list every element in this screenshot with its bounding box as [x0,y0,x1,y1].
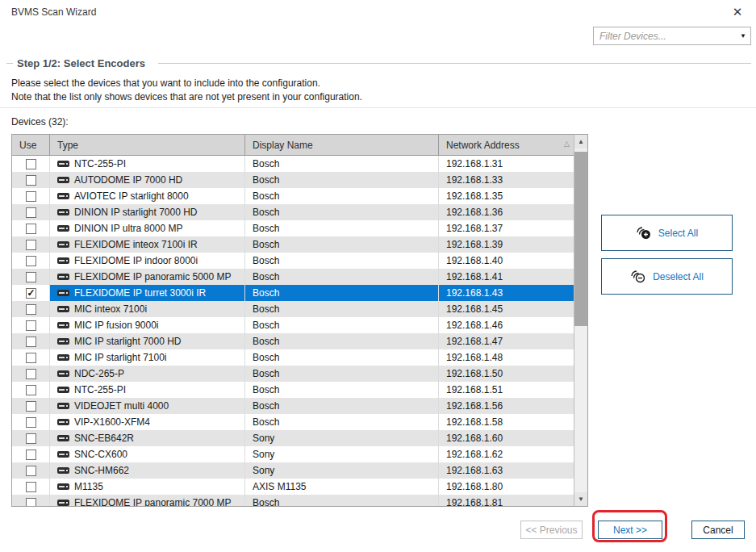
use-checkbox[interactable] [26,207,36,218]
type-cell[interactable]: DINION IP ultra 8000 MP [50,220,245,236]
table-row[interactable]: DINION IP starlight 7000 HDBosch192.168.… [12,204,574,220]
type-cell[interactable]: NTC-255-PI [50,156,245,172]
display-name-cell[interactable]: AXIS M1135 [245,479,439,495]
type-cell[interactable]: FLEXIDOME IP turret 3000i IR [50,285,245,301]
use-checkbox[interactable] [26,159,36,169]
chevron-down-icon[interactable]: ▼ [736,32,750,40]
network-address-cell[interactable]: 192.168.1.39 [439,236,574,253]
type-cell[interactable]: FLEXIDOME IP indoor 8000i [50,253,245,269]
display-name-cell[interactable]: Bosch [245,349,439,366]
type-cell[interactable]: FLEXIDOME inteox 7100i IR [50,236,245,253]
type-cell[interactable]: AVIOTEC IP starlight 8000 [50,188,245,204]
scroll-down-icon[interactable]: ▼ [574,492,587,506]
table-row[interactable]: FLEXIDOME IP turret 3000i IRBosch192.168… [12,285,574,301]
display-name-cell[interactable]: Bosch [245,495,439,506]
table-row[interactable]: MIC IP starlight 7100iBosch192.168.1.48 [12,349,574,366]
table-row[interactable]: SNC-EB642RSony192.168.1.60 [12,430,574,446]
use-checkbox[interactable] [26,498,36,507]
type-cell[interactable]: M1135 [50,479,245,495]
use-checkbox[interactable] [26,272,36,282]
use-checkbox[interactable] [26,353,36,363]
use-checkbox[interactable] [26,417,36,428]
type-cell[interactable]: FLEXIDOME IP panoramic 5000 MP [50,269,245,285]
table-row[interactable]: NTC-255-PIBosch192.168.1.51 [12,382,574,398]
type-cell[interactable]: SNC-HM662 [50,462,245,479]
use-checkbox[interactable] [26,304,36,315]
table-row[interactable]: MIC inteox 7100iBosch192.168.1.45 [12,301,574,317]
network-address-cell[interactable]: 192.168.1.63 [439,462,574,479]
type-cell[interactable]: AUTODOME IP 7000 HD [50,172,245,188]
display-name-cell[interactable]: Bosch [245,253,439,269]
type-cell[interactable]: DINION IP starlight 7000 HD [50,204,245,220]
table-row[interactable]: NDC-265-PBosch192.168.1.50 [12,366,574,382]
sort-ascending-icon[interactable]: △ [564,140,570,148]
table-row[interactable]: DINION IP ultra 8000 MPBosch192.168.1.37 [12,220,574,236]
network-address-cell[interactable]: 192.168.1.80 [439,479,574,495]
display-name-cell[interactable]: Bosch [245,269,439,285]
table-row[interactable]: M1135AXIS M1135192.168.1.80 [12,479,574,495]
use-checkbox[interactable] [26,401,36,412]
display-name-cell[interactable]: Sony [245,462,439,479]
network-address-cell[interactable]: 192.168.1.81 [439,495,574,506]
network-address-cell[interactable]: 192.168.1.58 [439,414,574,430]
display-name-cell[interactable]: Bosch [245,220,439,236]
display-name-cell[interactable]: Bosch [245,156,439,172]
table-row[interactable]: SNC-CX600Sony192.168.1.62 [12,446,574,462]
network-address-cell[interactable]: 192.168.1.36 [439,204,574,220]
network-address-cell[interactable]: 192.168.1.40 [439,253,574,269]
network-address-cell[interactable]: 192.168.1.45 [439,301,574,317]
column-header-display-name[interactable]: Display Name [245,135,439,155]
table-row[interactable]: VIP-X1600-XFM4Bosch192.168.1.58 [12,414,574,430]
table-row[interactable]: SNC-HM662Sony192.168.1.63 [12,462,574,479]
network-address-cell[interactable]: 192.168.1.41 [439,269,574,285]
close-icon[interactable]: ✕ [729,4,746,20]
display-name-cell[interactable]: Bosch [245,366,439,382]
network-address-cell[interactable]: 192.168.1.62 [439,446,574,462]
display-name-cell[interactable]: Sony [245,430,439,446]
column-header-use[interactable]: Use [12,135,50,155]
use-checkbox[interactable] [26,385,36,395]
use-checkbox[interactable] [26,288,36,299]
table-row[interactable]: FLEXIDOME inteox 7100i IRBosch192.168.1.… [12,236,574,253]
vertical-scrollbar[interactable]: ▲ ▼ [574,135,587,506]
type-cell[interactable]: MIC IP starlight 7100i [50,349,245,366]
scrollbar-thumb[interactable] [574,152,587,326]
network-address-cell[interactable]: 192.168.1.48 [439,349,574,366]
network-address-cell[interactable]: 192.168.1.37 [439,220,574,236]
column-header-type[interactable]: Type [50,135,245,155]
use-checkbox[interactable] [26,337,36,347]
network-address-cell[interactable]: 192.168.1.47 [439,333,574,349]
type-cell[interactable]: FLEXIDOME IP panoramic 7000 MP [50,495,245,506]
network-address-cell[interactable]: 192.168.1.51 [439,382,574,398]
network-address-cell[interactable]: 192.168.1.60 [439,430,574,446]
use-checkbox[interactable] [26,450,36,460]
column-header-network-address[interactable]: Network Address △ [439,135,574,155]
network-address-cell[interactable]: 192.168.1.46 [439,317,574,333]
type-cell[interactable]: SNC-EB642R [50,430,245,446]
display-name-cell[interactable]: Bosch [245,382,439,398]
table-row[interactable]: FLEXIDOME IP indoor 8000iBosch192.168.1.… [12,253,574,269]
type-cell[interactable]: VIDEOJET multi 4000 [50,398,245,414]
use-checkbox[interactable] [26,224,36,234]
table-row[interactable]: FLEXIDOME IP panoramic 7000 MPBosch192.1… [12,495,574,506]
network-address-cell[interactable]: 192.168.1.35 [439,188,574,204]
type-cell[interactable]: NTC-255-PI [50,382,245,398]
table-row[interactable]: AVIOTEC IP starlight 8000Bosch192.168.1.… [12,188,574,204]
table-row[interactable]: MIC IP starlight 7000 HDBosch192.168.1.4… [12,333,574,349]
use-checkbox[interactable] [26,369,36,379]
display-name-cell[interactable]: Bosch [245,172,439,188]
type-cell[interactable]: MIC IP starlight 7000 HD [50,333,245,349]
use-checkbox[interactable] [26,191,36,202]
type-cell[interactable]: VIP-X1600-XFM4 [50,414,245,430]
display-name-cell[interactable]: Bosch [245,301,439,317]
type-cell[interactable]: MIC IP fusion 9000i [50,317,245,333]
table-row[interactable]: AUTODOME IP 7000 HDBosch192.168.1.33 [12,172,574,188]
type-cell[interactable]: NDC-265-P [50,366,245,382]
filter-devices-dropdown[interactable]: Filter Devices... ▼ [593,27,751,45]
use-checkbox[interactable] [26,320,36,331]
display-name-cell[interactable]: Bosch [245,398,439,414]
type-cell[interactable]: MIC inteox 7100i [50,301,245,317]
deselect-all-button[interactable]: Deselect All [601,258,733,295]
table-row[interactable]: VIDEOJET multi 4000Bosch192.168.1.56 [12,398,574,414]
use-checkbox[interactable] [26,466,36,476]
